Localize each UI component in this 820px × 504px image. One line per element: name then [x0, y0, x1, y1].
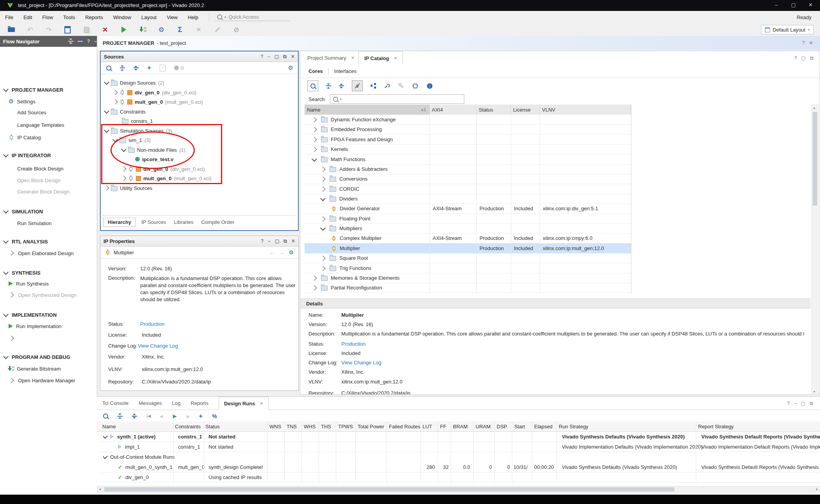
- status-link[interactable]: Production: [140, 321, 164, 327]
- run-row-synth-1[interactable]: synth_1 (active) constrs_1 Not started V…: [100, 431, 820, 442]
- wrench-icon[interactable]: [384, 83, 390, 89]
- minimize-icon[interactable]: –: [268, 238, 271, 244]
- add-sources-icon[interactable]: +: [147, 64, 151, 72]
- scrollbar-thumb[interactable]: [813, 112, 817, 206]
- scroll-right-icon[interactable]: ▸: [816, 487, 818, 491]
- column-constraints[interactable]: Constraints: [175, 421, 201, 431]
- collapse-all-icon[interactable]: [68, 39, 73, 44]
- expand-all-icon[interactable]: [78, 39, 83, 44]
- tree-row-sim-div-gen-0[interactable]: div_gen_0(div_gen_0.xci): [122, 164, 205, 174]
- menu-edit[interactable]: Edit: [18, 14, 37, 20]
- run-row-mult-gen-0-synth-1[interactable]: ✓mult_gen_0_synth_1 mult_gen_0 synth_des…: [100, 462, 820, 472]
- tree-row-mult-gen-0[interactable]: mult_gen_0(mult_gen_0.xci): [113, 97, 203, 106]
- column-name[interactable]: Name∧1: [305, 105, 430, 115]
- create-runs-icon[interactable]: +: [199, 412, 203, 420]
- float-icon[interactable]: ⧉: [810, 55, 813, 61]
- hierarchy-icon[interactable]: [371, 83, 376, 89]
- filter-icon[interactable]: #: [352, 80, 363, 91]
- float-icon[interactable]: ⧉: [283, 54, 287, 59]
- scroll-down-icon[interactable]: ▾: [813, 390, 815, 394]
- catalog-row[interactable]: Partial Reconfiguration: [305, 283, 631, 293]
- report-icon[interactable]: [62, 25, 73, 34]
- catalog-row-divider-generator[interactable]: Divider GeneratorAXI4-StreamProductionIn…: [305, 204, 631, 214]
- catalog-row[interactable]: Dynamic Function eXchange: [305, 115, 631, 125]
- tree-row-constraints[interactable]: Constraints: [105, 107, 146, 116]
- tab-ip-catalog[interactable]: IP Catalog✕: [358, 51, 403, 65]
- open-file-icon[interactable]: [5, 25, 17, 34]
- window-minimize-button[interactable]: –: [768, 2, 784, 8]
- close-icon[interactable]: ✕: [291, 54, 295, 59]
- copy-icon[interactable]: [80, 25, 92, 34]
- search-icon[interactable]: [307, 80, 318, 91]
- scroll-up-icon[interactable]: ▴: [813, 106, 815, 110]
- gear-icon[interactable]: ⚙: [288, 64, 293, 71]
- delete-icon[interactable]: ✕: [99, 25, 111, 34]
- catalog-search-input[interactable]: ▾: [330, 94, 464, 104]
- menu-reports[interactable]: Reports: [80, 14, 108, 20]
- catalog-row[interactable]: Square Root: [305, 253, 631, 263]
- search-icon[interactable]: [106, 66, 111, 71]
- tab-ip-sources[interactable]: IP Sources: [139, 218, 168, 226]
- nav-open-elaborated-design[interactable]: Open Elaborated Design: [9, 248, 73, 258]
- help-icon[interactable]: ?: [87, 39, 90, 44]
- section-simulation[interactable]: SIMULATION: [4, 207, 43, 216]
- nav-run-simulation[interactable]: Run Simulation: [17, 218, 52, 228]
- catalog-row[interactable]: Trig Functions: [305, 263, 631, 273]
- menu-view[interactable]: View: [162, 14, 183, 20]
- minimize-icon[interactable]: –: [794, 401, 797, 406]
- column-ths[interactable]: THS: [321, 421, 331, 431]
- help-icon[interactable]: ?: [260, 54, 263, 59]
- minimize-icon[interactable]: –: [94, 39, 97, 44]
- maximize-icon[interactable]: ▢: [801, 401, 805, 406]
- nav-generate-bitstream[interactable]: 0110Generate Bitstream: [8, 364, 61, 373]
- ip-properties-header[interactable]: IP Properties ? – ▢ ⧉ ✕: [100, 236, 298, 247]
- tree-row-sim-1[interactable]: sim_1(3): [113, 135, 151, 145]
- nav-language-templates[interactable]: Language Templates: [17, 120, 64, 130]
- maximize-icon[interactable]: ▢: [801, 55, 806, 61]
- info-icon[interactable]: i: [426, 83, 433, 89]
- tree-row-ipcore-test-v[interactable]: ipcore_test.v: [135, 154, 173, 164]
- menu-flow[interactable]: Flow: [37, 14, 58, 20]
- catalog-row-multiplier-selected[interactable]: MultiplierProductionIncludedxilinx.com:i…: [305, 243, 631, 254]
- column-total-power[interactable]: Total Power: [358, 421, 384, 431]
- tab-libraries[interactable]: Libraries: [171, 218, 196, 226]
- menu-help[interactable]: Help: [183, 14, 203, 20]
- column-failed-routes[interactable]: Failed Routes: [389, 421, 420, 431]
- chip-icon[interactable]: [412, 83, 419, 89]
- close-icon[interactable]: ✕: [291, 238, 295, 244]
- column-name[interactable]: Name: [102, 421, 116, 431]
- column-uram[interactable]: URAM: [476, 421, 490, 431]
- vertical-scrollbar[interactable]: ▴ ▾: [811, 105, 818, 395]
- maximize-icon[interactable]: ▢: [275, 238, 279, 244]
- float-icon[interactable]: ⧉: [809, 401, 813, 406]
- column-whs[interactable]: WHS: [304, 421, 316, 431]
- tab-reports[interactable]: Reports: [191, 400, 209, 406]
- help-icon[interactable]: ?: [261, 238, 264, 244]
- column-elapsed[interactable]: Elapsed: [534, 421, 553, 431]
- menu-layout[interactable]: Layout: [136, 14, 162, 20]
- close-icon[interactable]: ✕: [809, 40, 813, 46]
- section-implementation[interactable]: IMPLEMENTATION: [4, 310, 57, 319]
- catalog-row[interactable]: Multipliers: [305, 224, 631, 234]
- settings-gear-icon[interactable]: ⚙: [155, 25, 167, 34]
- help-icon[interactable]: ?: [802, 40, 805, 46]
- tree-row-design-sources[interactable]: Design Sources(2): [105, 78, 164, 87]
- gear-icon[interactable]: ⚙: [289, 249, 294, 256]
- column-axi4[interactable]: AXI4: [430, 105, 476, 115]
- column-license[interactable]: License: [511, 105, 540, 115]
- tree-row-utility-sources[interactable]: Utility Sources: [105, 183, 152, 193]
- maximize-icon[interactable]: ▢: [275, 54, 279, 59]
- scrollbar-thumb[interactable]: [104, 487, 674, 492]
- catalog-row[interactable]: Math Functions: [305, 154, 631, 165]
- nav-create-block-design[interactable]: Create Block Design: [17, 164, 64, 173]
- redo-icon[interactable]: ↷: [43, 25, 55, 34]
- help-icon[interactable]: ?: [794, 55, 797, 61]
- catalog-row-complex-multiplier[interactable]: Complex MultiplierAXI4-StreamProductionI…: [305, 233, 631, 243]
- column-bram[interactable]: BRAM: [453, 421, 468, 431]
- catalog-row[interactable]: FPGA Features and Design: [305, 135, 631, 145]
- tab-project-summary[interactable]: Project Summary✕: [300, 55, 358, 61]
- catalog-row[interactable]: Dividers: [305, 194, 631, 204]
- sigma-icon[interactable]: Σ: [174, 25, 186, 34]
- nav-ip-catalog[interactable]: IP Catalog: [9, 133, 41, 142]
- run-icon[interactable]: [118, 25, 130, 34]
